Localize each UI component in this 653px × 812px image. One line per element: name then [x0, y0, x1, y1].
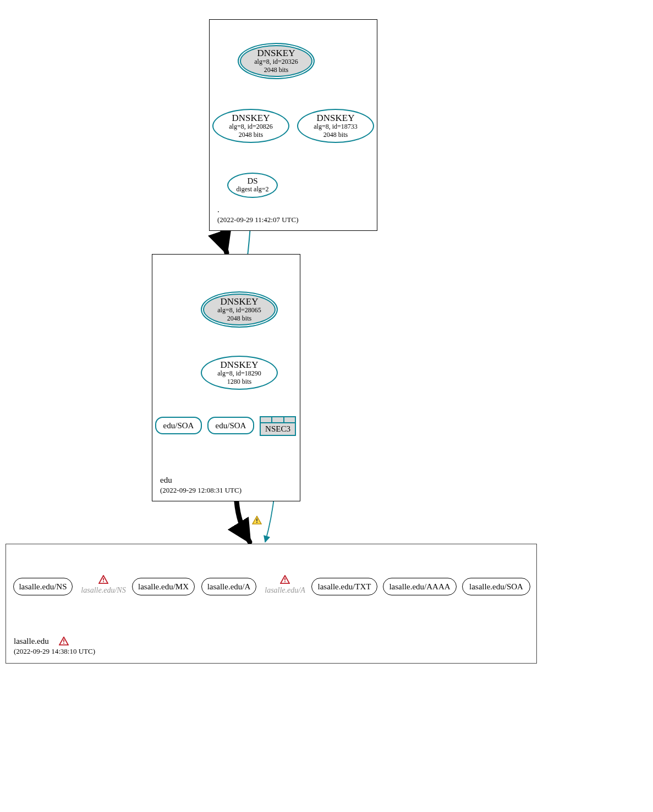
- node-title: DNSKEY: [221, 297, 259, 306]
- rrset-ns-warn[interactable]: lasalle.edu/NS: [78, 575, 129, 595]
- node-label: NSEC3: [261, 423, 295, 435]
- zone-edu-timestamp: (2022-09-29 12:08:31 UTC): [160, 485, 242, 495]
- rrset-label: lasalle.edu/SOA: [469, 582, 523, 592]
- rrset-a[interactable]: lasalle.edu/A: [201, 578, 256, 595]
- warning-icon: [280, 575, 290, 584]
- nsec3-tabs-icon: [261, 417, 295, 423]
- rrset-aaaa[interactable]: lasalle.edu/AAAA: [383, 578, 457, 595]
- node-sub: 2048 bits: [264, 67, 288, 74]
- node-sub: 1280 bits: [227, 378, 251, 386]
- zone-root-name: .: [217, 204, 299, 215]
- rrset-label: lasalle.edu/A: [262, 586, 308, 595]
- node-sub: alg=8, id=28065: [217, 307, 261, 314]
- svg-rect-0: [256, 518, 257, 521]
- node-title: DS: [247, 177, 257, 185]
- node-sub: alg=8, id=18733: [314, 123, 358, 131]
- node-title: DNSKEY: [221, 360, 259, 369]
- node-edu-soa2[interactable]: edu/SOA: [207, 417, 254, 434]
- svg-rect-3: [63, 643, 64, 644]
- zone-edu-label: edu (2022-09-29 12:08:31 UTC): [160, 474, 242, 495]
- zone-lasalle-name: lasalle.edu: [14, 636, 49, 647]
- node-sub: digest alg=2: [236, 186, 268, 194]
- node-edu-ksk[interactable]: DNSKEY alg=8, id=28065 2048 bits: [201, 291, 278, 328]
- svg-rect-5: [103, 581, 104, 582]
- node-root-ds[interactable]: DS digest alg=2: [227, 173, 278, 198]
- zone-root-label: . (2022-09-29 11:42:07 UTC): [217, 204, 299, 225]
- rrset-a-warn[interactable]: lasalle.edu/A: [262, 575, 308, 595]
- rrset-ns[interactable]: lasalle.edu/NS: [13, 578, 73, 595]
- zone-root-timestamp: (2022-09-29 11:42:07 UTC): [217, 215, 299, 225]
- warning-icon: [252, 516, 262, 524]
- zone-lasalle-timestamp: (2022-09-29 14:38:10 UTC): [14, 647, 95, 656]
- rrset-label: lasalle.edu/AAAA: [389, 582, 450, 592]
- node-title: DNSKEY: [232, 113, 270, 123]
- node-sub: alg=8, id=20326: [254, 58, 298, 66]
- node-sub: alg=8, id=20826: [229, 123, 273, 131]
- node-root-zsk2[interactable]: DNSKEY alg=8, id=18733 2048 bits: [297, 109, 374, 143]
- node-sub: 2048 bits: [227, 315, 251, 323]
- node-root-zsk1[interactable]: DNSKEY alg=8, id=20826 2048 bits: [212, 109, 289, 143]
- node-title: DNSKEY: [317, 113, 355, 123]
- zone-lasalle-label: lasalle.edu (2022-09-29 14:38:10 UTC): [14, 636, 95, 656]
- svg-rect-7: [284, 581, 286, 582]
- node-label: edu/SOA: [163, 421, 194, 430]
- zone-lasalle: lasalle.edu (2022-09-29 14:38:10 UTC): [6, 544, 537, 664]
- rrset-label: lasalle.edu/A: [207, 582, 251, 592]
- svg-rect-6: [284, 578, 286, 580]
- warning-icon: [59, 637, 69, 645]
- node-sub: 2048 bits: [239, 131, 263, 139]
- warning-icon: [98, 575, 108, 584]
- rrset-label: lasalle.edu/TXT: [317, 582, 371, 592]
- rrset-label: lasalle.edu/MX: [138, 582, 189, 592]
- node-label: edu/SOA: [216, 421, 246, 430]
- node-edu-soa1[interactable]: edu/SOA: [155, 417, 202, 434]
- svg-rect-1: [256, 522, 257, 523]
- rrset-label: lasalle.edu/NS: [19, 582, 67, 592]
- svg-rect-4: [103, 578, 104, 580]
- node-sub: 2048 bits: [323, 131, 348, 139]
- node-title: DNSKEY: [257, 48, 295, 58]
- node-sub: alg=8, id=18290: [217, 370, 261, 378]
- rrset-mx[interactable]: lasalle.edu/MX: [132, 578, 195, 595]
- svg-rect-2: [63, 640, 64, 642]
- rrset-label: lasalle.edu/NS: [78, 586, 129, 595]
- zone-edu-name: edu: [160, 474, 242, 485]
- rrset-txt[interactable]: lasalle.edu/TXT: [311, 578, 377, 595]
- node-edu-zsk[interactable]: DNSKEY alg=8, id=18290 1280 bits: [201, 356, 278, 390]
- rrset-soa[interactable]: lasalle.edu/SOA: [462, 578, 530, 595]
- node-edu-nsec3[interactable]: NSEC3: [260, 416, 296, 436]
- node-root-ksk[interactable]: DNSKEY alg=8, id=20326 2048 bits: [238, 43, 315, 79]
